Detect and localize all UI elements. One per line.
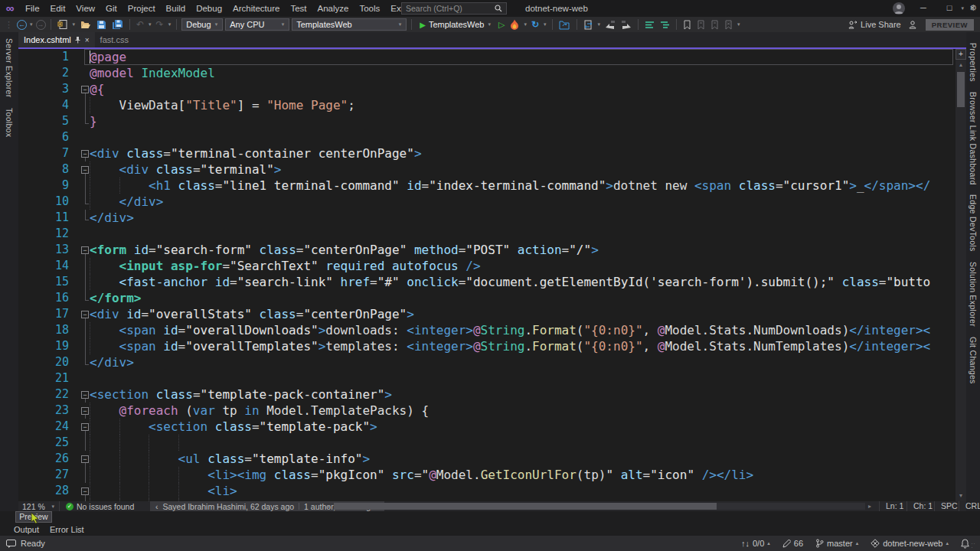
git-branch-selector[interactable]: master ▴ <box>815 539 858 548</box>
code-line-17[interactable]: −17<div id="overallStats" class="centerO… <box>18 306 956 322</box>
code-line-13[interactable]: −13<form id="search-form" class="centerO… <box>18 242 956 258</box>
minimize-button[interactable]: ─ <box>913 0 934 17</box>
tab-list-dropdown[interactable]: ▾ <box>961 5 965 11</box>
hscroll-left-arrow[interactable]: ◂ <box>326 503 329 510</box>
fold-collapse-button[interactable]: − <box>81 423 89 431</box>
panel-tab-error-list[interactable]: Error List <box>50 525 84 534</box>
toggle-bookmark-icon[interactable] <box>681 18 693 31</box>
run-dropdown[interactable]: ▾ <box>487 21 492 28</box>
rail-tab-properties[interactable]: Properties <box>969 43 978 82</box>
document-options-gear-icon[interactable]: ⚙ <box>969 3 977 13</box>
indent-mode-indicator[interactable]: SPC <box>934 501 959 511</box>
code-line-25[interactable]: 25 <box>18 435 956 451</box>
document-tab-fast.css[interactable]: fast.css <box>95 32 134 47</box>
save-all-icon[interactable] <box>110 18 125 31</box>
changes-counter[interactable]: ↑↓ 0/0 ▴ <box>741 539 770 548</box>
fold-collapse-button[interactable]: − <box>81 391 89 399</box>
scroll-down-arrow[interactable]: ▾ <box>956 492 966 499</box>
save-icon[interactable] <box>95 18 108 31</box>
fold-collapse-button[interactable]: − <box>81 455 89 463</box>
code-line-15[interactable]: 15 <fast-anchor id="search-link" href="#… <box>18 274 956 290</box>
rail-tab-server-explorer[interactable]: Server Explorer <box>5 38 14 97</box>
notifications-button[interactable] <box>961 539 969 549</box>
navigate-back-icon[interactable]: ← <box>17 20 27 30</box>
menu-item-edit[interactable]: Edit <box>45 0 71 17</box>
editor-zoom-control[interactable]: 121 % ▾ <box>18 501 60 511</box>
preview-badge[interactable]: PREVIEW <box>926 19 974 31</box>
document-health-indicator[interactable]: ✓ No issues found <box>66 501 134 511</box>
fold-collapse-button[interactable]: − <box>81 86 89 93</box>
restart-dropdown[interactable]: ▾ <box>543 21 547 28</box>
code-line-10[interactable]: 10 </div> <box>18 194 956 210</box>
code-line-20[interactable]: 20</div> <box>18 354 956 370</box>
next-bookmark-icon[interactable] <box>709 18 720 31</box>
fold-collapse-button[interactable]: − <box>81 166 89 174</box>
code-line-12[interactable]: 12 <box>18 226 956 242</box>
code-line-5[interactable]: 5} <box>18 113 956 129</box>
menu-item-tools[interactable]: Tools <box>354 0 385 17</box>
new-project-icon[interactable] <box>56 18 70 31</box>
code-line-1[interactable]: 1@page <box>18 49 956 65</box>
document-tab-index.cshtml[interactable]: Index.cshtml× <box>18 32 95 47</box>
solution-configuration-combo[interactable]: Debug▾ <box>181 18 223 31</box>
hscroll-right-arrow[interactable]: ▸ <box>868 503 871 510</box>
hot-reload-dropdown[interactable]: ▾ <box>523 21 528 28</box>
fold-collapse-button[interactable]: − <box>81 246 89 254</box>
rail-tab-git-changes[interactable]: Git Changes <box>969 337 978 384</box>
rail-tab-toolbox[interactable]: Toolbox <box>5 108 14 137</box>
pending-edits-indicator[interactable]: 66 <box>782 539 803 548</box>
code-line-27[interactable]: 27 <li><img class="pkgIcon" src="@Model.… <box>18 467 956 483</box>
fold-collapse-button[interactable]: − <box>81 150 89 158</box>
undo-dropdown[interactable]: ▾ <box>148 21 152 28</box>
pin-icon[interactable] <box>74 36 81 44</box>
previous-bookmark-icon[interactable] <box>695 18 707 31</box>
rail-tab-edge-devtools[interactable]: Edge DevTools <box>969 194 978 252</box>
rail-tab-browser-link-dashboard[interactable]: Browser Link Dashboard <box>969 92 978 185</box>
code-line-3[interactable]: −3@{ <box>18 81 956 97</box>
sync-document-dropdown[interactable]: ▾ <box>597 21 602 28</box>
redo-icon[interactable]: ↷ <box>155 18 165 31</box>
global-search-input[interactable]: Search (Ctrl+Q) <box>401 2 507 15</box>
navigate-back-dropdown[interactable]: ▾ <box>29 21 34 28</box>
window-resize-grip[interactable]: ··· <box>971 542 978 549</box>
redo-dropdown[interactable]: ▾ <box>168 21 172 28</box>
add-account-icon[interactable] <box>909 20 918 29</box>
rail-tab-solution-explorer[interactable]: Solution Explorer <box>969 262 978 327</box>
code-line-14[interactable]: 14 <input asp-for="SearchText" required … <box>18 258 956 274</box>
tab-close-icon[interactable]: × <box>84 36 90 44</box>
toolbar-grip[interactable]: ⋮ <box>3 18 15 31</box>
comment-lines-icon[interactable] <box>643 18 656 31</box>
user-avatar[interactable] <box>893 2 905 15</box>
split-editor-handle[interactable]: + <box>956 49 966 60</box>
line-ending-indicator[interactable]: CRLF <box>959 501 980 511</box>
menu-item-test[interactable]: Test <box>285 0 312 17</box>
sync-active-document-icon[interactable] <box>582 18 595 31</box>
code-line-19[interactable]: 19 <span id="overallTemplates">templates… <box>18 338 956 354</box>
navigate-forward-doc-icon[interactable] <box>619 18 633 31</box>
code-line-21[interactable]: 21 <box>18 370 956 386</box>
start-without-debugging-icon[interactable]: ▷ <box>497 18 506 31</box>
scroll-up-arrow[interactable]: ▴ <box>956 61 966 68</box>
fold-collapse-button[interactable]: − <box>81 407 89 415</box>
panel-tab-output[interactable]: Output <box>14 525 39 534</box>
code-line-4[interactable]: 4 ViewData["Title"] = "Home Page"; <box>18 97 956 113</box>
feedback-bubble-icon[interactable] <box>6 540 16 548</box>
menu-item-project[interactable]: Project <box>122 0 161 17</box>
fold-collapse-button[interactable]: − <box>81 311 89 318</box>
code-line-24[interactable]: −24 <section class="template-pack"> <box>18 419 956 435</box>
code-line-2[interactable]: 2@model IndexModel <box>18 65 956 81</box>
code-editor[interactable]: 1@page2@model IndexModel−3@{4 ViewData["… <box>18 49 956 501</box>
fold-collapse-button[interactable]: − <box>81 487 89 495</box>
clear-bookmarks-icon[interactable] <box>723 18 734 31</box>
code-line-26[interactable]: −26 <ul class="template-info"> <box>18 451 956 467</box>
code-line-7[interactable]: −7<div class="terminal-container centerO… <box>18 145 956 161</box>
code-line-22[interactable]: −22<section class="template-pack-contain… <box>18 386 956 403</box>
menu-item-view[interactable]: View <box>70 0 100 17</box>
menu-item-file[interactable]: File <box>20 0 45 17</box>
toolbar-overflow-dropdown[interactable]: ▾ <box>737 21 741 28</box>
code-line-9[interactable]: 9 <h1 class="line1 terminal-command" id=… <box>18 178 956 194</box>
live-share-button[interactable]: Live Share <box>848 20 901 29</box>
menu-item-debug[interactable]: Debug <box>191 0 227 17</box>
code-line-28[interactable]: −28 <li> <box>18 483 956 499</box>
code-line-6[interactable]: 6 <box>18 129 956 145</box>
